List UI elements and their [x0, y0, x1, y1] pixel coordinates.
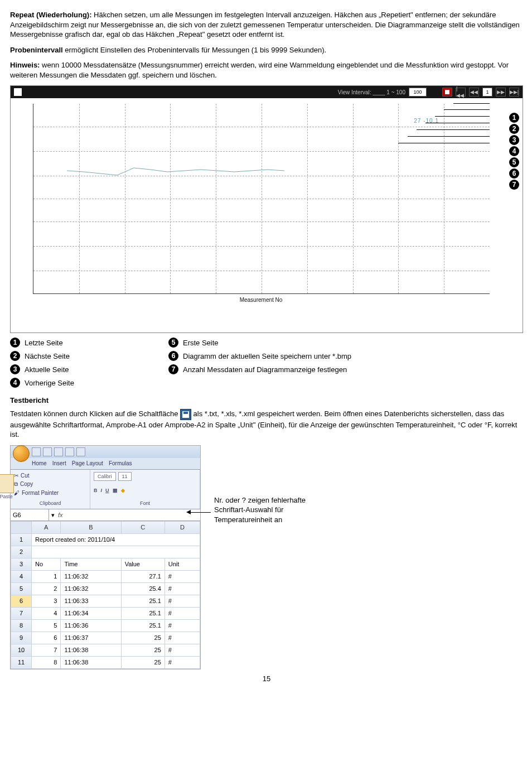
qat-btn-a[interactable] — [65, 447, 74, 456]
row-head[interactable]: 6 — [11, 595, 32, 607]
table-row: 6311:06:3325.1# — [11, 595, 200, 607]
cell-unit[interactable]: # — [165, 607, 200, 619]
hdr-no[interactable]: No — [32, 558, 61, 570]
cell-time[interactable]: 11:06:38 — [61, 656, 121, 668]
cell-unit[interactable]: # — [165, 619, 200, 632]
cell-value[interactable]: 27.1 — [121, 570, 165, 582]
qat-undo[interactable] — [43, 447, 52, 456]
row-2-head[interactable]: 2 — [11, 546, 32, 558]
cell-value[interactable]: 25 — [121, 656, 165, 668]
table-row: 11811:06:3825# — [11, 656, 200, 668]
cell-no[interactable]: 7 — [32, 644, 61, 656]
tab-formulas[interactable]: Formulas — [109, 460, 132, 468]
font-name-select[interactable]: Calibri — [94, 472, 116, 481]
scissors-icon: ✂ — [14, 472, 18, 480]
next-page-button[interactable]: ▶▶ — [496, 88, 506, 97]
cut-button[interactable]: ✂Cut — [14, 472, 86, 480]
cell-no[interactable]: 2 — [32, 582, 61, 595]
cell-time[interactable]: 11:06:36 — [61, 619, 121, 632]
row-head[interactable]: 7 — [11, 607, 32, 619]
table-row: 7411:06:3425.1# — [11, 607, 200, 619]
qat-save[interactable] — [32, 447, 41, 456]
chart-body: 27 -10.1 — [11, 98, 523, 333]
brush-icon: 🖌 — [14, 489, 20, 497]
qat-redo[interactable] — [54, 447, 63, 456]
row-head[interactable]: 8 — [11, 619, 32, 632]
cell-unit[interactable]: # — [165, 644, 200, 656]
tab-home[interactable]: Home — [32, 460, 47, 468]
cell-value[interactable]: 25 — [121, 644, 165, 656]
cell-value[interactable]: 25.4 — [121, 582, 165, 595]
hdr-value[interactable]: Value — [121, 558, 165, 570]
paste-button[interactable] — [0, 474, 14, 493]
prev-page-button[interactable]: ◀◀ — [469, 88, 479, 97]
cell-value[interactable]: 25.1 — [121, 595, 165, 607]
cell-time[interactable]: 11:06:33 — [61, 595, 121, 607]
chart-plot — [33, 104, 490, 294]
col-c[interactable]: C — [121, 521, 165, 533]
office-button[interactable] — [13, 445, 30, 462]
row-head[interactable]: 11 — [11, 656, 32, 668]
tab-insert[interactable]: Insert — [52, 460, 66, 468]
legend-num-2: 2 — [10, 351, 20, 361]
last-page-button[interactable]: ▶▶| — [509, 88, 519, 97]
save-chart-button[interactable] — [442, 88, 452, 97]
hinweis-title: Hinweis: — [10, 61, 40, 69]
fill-button[interactable]: ◆ — [121, 487, 125, 494]
hdr-time[interactable]: Time — [61, 558, 121, 570]
cell-time[interactable]: 11:06:34 — [61, 607, 121, 619]
select-all[interactable] — [11, 521, 32, 533]
count-field[interactable]: 100 — [409, 88, 427, 97]
cell-unit[interactable]: # — [165, 595, 200, 607]
cell-no[interactable]: 6 — [32, 632, 61, 644]
cell-time[interactable]: 11:06:38 — [61, 644, 121, 656]
tab-pagelayout[interactable]: Page Layout — [72, 460, 103, 468]
font-size-select[interactable]: 11 — [118, 472, 132, 481]
cell-no[interactable]: 3 — [32, 595, 61, 607]
table-row: 5211:06:3225.4# — [11, 582, 200, 595]
testbericht-text1: Testdaten können durch Klicken auf die S… — [10, 409, 180, 418]
row-1-head[interactable]: 1 — [11, 533, 32, 546]
cell-unit[interactable]: # — [165, 582, 200, 595]
row-head[interactable]: 9 — [11, 632, 32, 644]
cell-value[interactable]: 25.1 — [121, 607, 165, 619]
row-head[interactable]: 10 — [11, 644, 32, 656]
ribbon-body: ✂Cut ⧉Copy 🖌Format Painter Paste Clipboa… — [11, 470, 200, 509]
cell-time[interactable]: 11:06:37 — [61, 632, 121, 644]
cell-time[interactable]: 11:06:32 — [61, 570, 121, 582]
cell-no[interactable]: 5 — [32, 619, 61, 632]
bold-button[interactable]: B — [94, 487, 98, 494]
legend-text-2: Nächste Seite — [25, 351, 70, 362]
dropdown-icon: ▾ — [51, 511, 55, 519]
cell-unit[interactable]: # — [165, 570, 200, 582]
callout-l3: Temperatureinheit an — [214, 515, 306, 525]
first-page-button[interactable]: |◀◀ — [456, 88, 466, 97]
col-b[interactable]: B — [61, 521, 121, 533]
col-a[interactable]: A — [32, 521, 61, 533]
page-number-field[interactable]: 1 — [482, 88, 492, 97]
border-button[interactable]: ▦ — [113, 487, 118, 494]
cell-empty[interactable] — [32, 546, 200, 558]
row-3-head[interactable]: 3 — [11, 558, 32, 570]
cell-no[interactable]: 4 — [32, 607, 61, 619]
name-box[interactable]: G6 — [11, 509, 49, 521]
report-created[interactable]: Report created on: 2011/10/4 — [32, 533, 200, 546]
cell-value[interactable]: 25.1 — [121, 619, 165, 632]
cell-no[interactable]: 8 — [32, 656, 61, 668]
cell-no[interactable]: 1 — [32, 570, 61, 582]
cell-value[interactable]: 25 — [121, 632, 165, 644]
col-d[interactable]: D — [165, 521, 200, 533]
row-head[interactable]: 4 — [11, 570, 32, 582]
format-painter-button[interactable]: 🖌Format Painter — [14, 489, 86, 497]
copy-button[interactable]: ⧉Copy — [14, 480, 86, 488]
hdr-unit[interactable]: Unit — [165, 558, 200, 570]
legend-marker-1: 1 — [509, 113, 519, 123]
cell-unit[interactable]: # — [165, 656, 200, 668]
qat-btn-b[interactable] — [76, 447, 85, 456]
underline-button[interactable]: U — [105, 487, 109, 494]
cell-time[interactable]: 11:06:32 — [61, 582, 121, 595]
row-head[interactable]: 5 — [11, 582, 32, 595]
italic-button[interactable]: I — [101, 487, 103, 494]
cell-unit[interactable]: # — [165, 632, 200, 644]
formula-input[interactable]: ▾fx — [49, 509, 200, 521]
